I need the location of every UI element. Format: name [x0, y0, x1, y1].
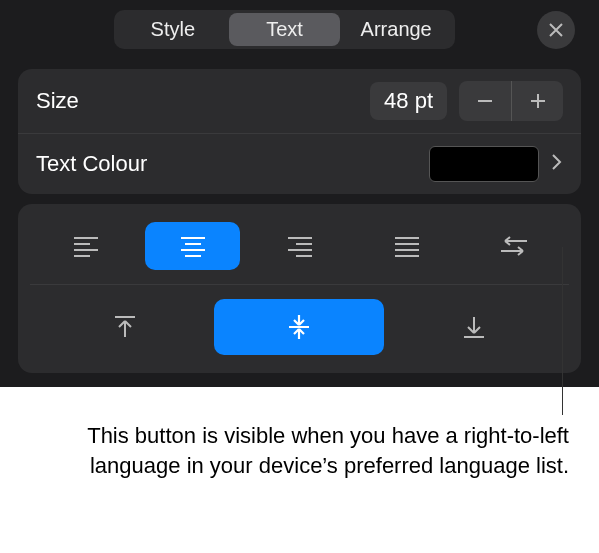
align-center-icon — [179, 235, 207, 257]
text-properties-group: Size 48 pt Text Colour — [18, 69, 581, 194]
text-format-panel: Style Text Arrange Size 48 pt Text Colou… — [0, 0, 599, 387]
size-stepper — [459, 81, 563, 121]
alignment-group — [18, 204, 581, 373]
size-increment-button[interactable] — [511, 81, 563, 121]
size-value[interactable]: 48 pt — [370, 82, 447, 120]
align-justify-button[interactable] — [359, 222, 454, 270]
minus-icon — [475, 91, 495, 111]
text-colour-well[interactable] — [429, 146, 539, 182]
horizontal-align-row — [30, 218, 569, 285]
valign-bottom-button[interactable] — [389, 299, 559, 355]
valign-top-button[interactable] — [40, 299, 210, 355]
callout-text: This button is visible when you have a r… — [0, 387, 599, 500]
size-decrement-button[interactable] — [459, 81, 511, 121]
tab-arrange[interactable]: Arrange — [340, 13, 452, 46]
tab-text[interactable]: Text — [229, 13, 341, 46]
chevron-right-icon — [551, 151, 563, 177]
tab-style[interactable]: Style — [117, 13, 229, 46]
text-colour-label: Text Colour — [36, 151, 429, 177]
plus-icon — [528, 91, 548, 111]
align-right-button[interactable] — [252, 222, 347, 270]
align-center-button[interactable] — [145, 222, 240, 270]
segmented-control: Style Text Arrange — [114, 10, 455, 49]
callout-container: This button is visible when you have a r… — [0, 387, 599, 500]
close-button[interactable] — [537, 11, 575, 49]
valign-middle-button[interactable] — [214, 299, 384, 355]
close-icon — [548, 22, 564, 38]
align-left-icon — [72, 235, 100, 257]
valign-middle-icon — [285, 313, 313, 341]
size-row: Size 48 pt — [18, 69, 581, 133]
align-right-icon — [286, 235, 314, 257]
text-direction-icon — [499, 235, 529, 257]
align-justify-icon — [393, 235, 421, 257]
size-label: Size — [36, 88, 370, 114]
text-colour-row[interactable]: Text Colour — [18, 133, 581, 194]
tab-bar: Style Text Arrange — [0, 10, 599, 59]
callout-leader-line — [562, 247, 563, 415]
vertical-align-row — [30, 285, 569, 355]
align-left-button[interactable] — [38, 222, 133, 270]
valign-bottom-icon — [460, 313, 488, 341]
valign-top-icon — [111, 313, 139, 341]
text-direction-button[interactable] — [466, 222, 561, 270]
